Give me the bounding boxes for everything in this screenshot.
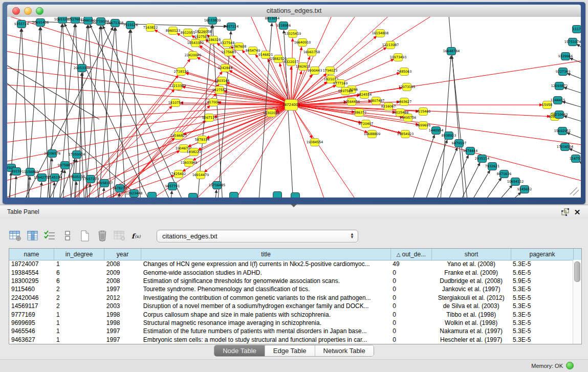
cell-name[interactable]: 9463627: [9, 336, 54, 343]
red-edge[interactable]: [23, 105, 291, 198]
cell-pagerank[interactable]: 5.3E-5: [511, 302, 573, 310]
cell-out_de[interactable]: 0: [390, 269, 431, 276]
cell-out_de[interactable]: 0: [390, 302, 431, 310]
tab-node-table[interactable]: Node Table: [214, 345, 265, 356]
cell-year[interactable]: 2003: [104, 302, 141, 310]
cell-pagerank[interactable]: 5.9E-5: [511, 277, 573, 285]
cell-short[interactable]: Jankovic et al. (1997): [431, 286, 511, 293]
tab-edge-table[interactable]: Edge Table: [265, 345, 315, 356]
red-edge[interactable]: [291, 105, 581, 186]
cell-pagerank[interactable]: 5.3E-5: [511, 319, 573, 326]
cell-year[interactable]: 1998: [104, 311, 141, 318]
cell-out_de[interactable]: 0: [390, 327, 431, 335]
black-edge[interactable]: [579, 46, 581, 51]
cell-year[interactable]: 1997: [104, 327, 141, 335]
column-header-title[interactable]: title: [141, 249, 391, 260]
black-edge[interactable]: [476, 180, 500, 198]
black-edge[interactable]: [448, 17, 465, 198]
cell-short[interactable]: Stergiakouli et al. (2012): [431, 294, 511, 301]
cell-title[interactable]: Embryonic stem cells: a model to study s…: [141, 336, 391, 343]
black-edge[interactable]: [58, 27, 75, 198]
table-select-dropdown[interactable]: citations_edges.txt ▲▼: [157, 230, 358, 243]
red-edge[interactable]: [7, 30, 291, 105]
cell-in_degree[interactable]: 2: [54, 286, 104, 293]
cell-short[interactable]: Hescheler et al. (1997): [431, 336, 511, 343]
table-row[interactable]: 969969511998Structural magnetic resonanc…: [9, 319, 573, 327]
cell-in_degree[interactable]: 6: [54, 269, 104, 276]
cell-short[interactable]: de Silva et al. (2003): [431, 302, 511, 310]
teal-node[interactable]: [291, 193, 300, 198]
cell-in_degree[interactable]: 1: [54, 260, 104, 268]
red-edge[interactable]: [199, 58, 291, 105]
cell-in_degree[interactable]: 1: [54, 336, 104, 343]
cell-in_degree[interactable]: 1: [54, 311, 104, 318]
select-rows-icon[interactable]: [44, 230, 56, 242]
cell-out_de[interactable]: 0: [390, 277, 431, 285]
cell-title[interactable]: Structural magnetic resonance image aver…: [141, 319, 391, 326]
cell-in_degree[interactable]: 1: [54, 327, 104, 335]
table-row[interactable]: 946554611997Estimation of the future num…: [9, 327, 573, 335]
black-edge[interactable]: [564, 102, 581, 109]
black-edge[interactable]: [46, 27, 62, 198]
cell-name[interactable]: 19384554: [9, 269, 54, 276]
teal-node[interactable]: [189, 193, 198, 198]
table-row[interactable]: 1938455462009Genome-wide association stu…: [9, 268, 573, 276]
cell-short[interactable]: Tibbo et al. (1998): [431, 311, 511, 318]
cell-short[interactable]: Nakamura et al. (1997): [431, 327, 511, 335]
table-row[interactable]: 1830029562008Estimation of significance …: [9, 277, 573, 285]
scrollbar-thumb[interactable]: [574, 261, 580, 282]
column-header-year[interactable]: year: [104, 249, 141, 260]
table-row[interactable]: 977716911998Corpus callosum shape and si…: [9, 310, 573, 318]
cell-title[interactable]: Estimation of significance thresholds fo…: [141, 277, 391, 285]
cell-name[interactable]: 9777169: [9, 311, 54, 318]
cell-title[interactable]: Estimation of the future numbers of pati…: [141, 327, 391, 335]
cell-year[interactable]: 1997: [104, 286, 141, 293]
table-row[interactable]: 2242004622012Investigating the contribut…: [9, 294, 573, 302]
cell-year[interactable]: 2012: [104, 294, 141, 301]
black-edge[interactable]: [7, 65, 99, 119]
cell-short[interactable]: Franke et al. (2009): [431, 269, 511, 276]
function-builder-icon[interactable]: f(x): [131, 230, 143, 242]
cell-pagerank[interactable]: 5.5E-5: [511, 294, 573, 301]
row-height-icon[interactable]: [61, 230, 74, 242]
cell-in_degree[interactable]: 2: [54, 302, 104, 310]
cell-short[interactable]: Dudbridge et al. (2008): [431, 277, 511, 285]
teal-node[interactable]: [230, 192, 238, 198]
column-header-out_de[interactable]: △out_de...: [391, 249, 432, 260]
cell-title[interactable]: Changes of HCN gene expression and I(f) …: [141, 260, 391, 268]
cell-out_de[interactable]: 0: [390, 294, 431, 301]
splitter-grip-icon[interactable]: [291, 204, 297, 207]
cell-year[interactable]: 2008: [104, 277, 141, 285]
cell-name[interactable]: 14569117: [9, 302, 54, 310]
resize-grip-icon[interactable]: [570, 187, 579, 195]
cell-year[interactable]: 1997: [104, 336, 141, 343]
cell-in_degree[interactable]: 2: [54, 294, 104, 301]
cell-title[interactable]: Tourette syndrome. Phenomenology and cla…: [141, 286, 391, 293]
teal-node[interactable]: [148, 192, 157, 198]
cell-pagerank[interactable]: 5.3E-5: [511, 286, 573, 293]
black-edge[interactable]: [570, 74, 581, 81]
show-columns-icon[interactable]: [27, 230, 39, 242]
table-row[interactable]: 911546021997Tourette syndrome. Phenomeno…: [9, 285, 573, 293]
cell-name[interactable]: 18724007: [9, 260, 54, 268]
cell-out_de[interactable]: 49: [390, 260, 431, 268]
cell-year[interactable]: 1998: [104, 319, 141, 326]
close-panel-icon[interactable]: ✕: [573, 208, 582, 217]
cell-out_de[interactable]: 0: [390, 286, 431, 293]
cell-pagerank[interactable]: 5.3E-5: [511, 311, 573, 318]
red-edge[interactable]: [291, 105, 330, 198]
cell-out_de[interactable]: 0: [390, 311, 431, 318]
cell-short[interactable]: Yano et al. (2008): [431, 260, 511, 268]
network-canvas[interactable]: 9355724206914061065328715276026466160107…: [7, 17, 581, 198]
black-edge[interactable]: [569, 134, 581, 141]
black-edge[interactable]: [214, 192, 216, 198]
black-edge[interactable]: [566, 88, 581, 95]
cell-pagerank[interactable]: 5.3E-5: [511, 336, 573, 343]
black-edge[interactable]: [169, 193, 171, 198]
network-window-titlebar[interactable]: citations_edges.txt: [7, 5, 581, 17]
cell-title[interactable]: Disruption of a novel member of a sodium…: [141, 302, 391, 310]
cell-in_degree[interactable]: 1: [54, 319, 104, 326]
column-header-short[interactable]: short: [432, 249, 511, 260]
black-edge[interactable]: [496, 194, 519, 198]
black-edge[interactable]: [566, 117, 581, 123]
